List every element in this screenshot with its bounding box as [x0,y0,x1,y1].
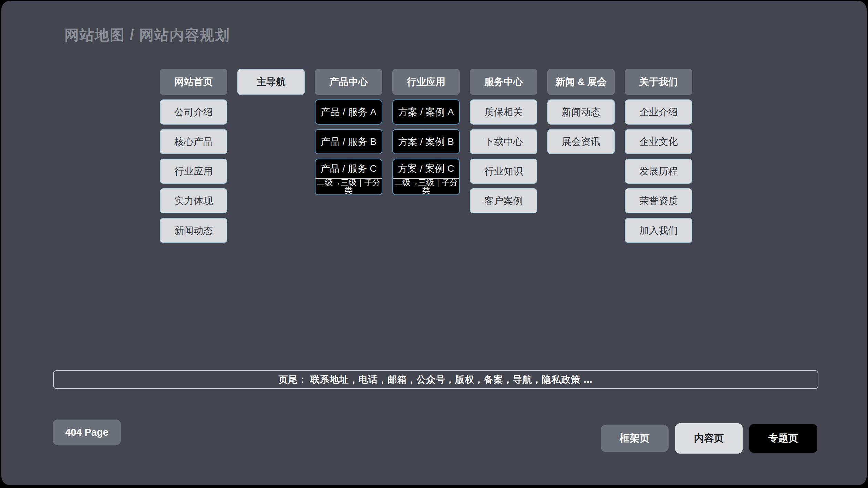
node-label: 产品 / 服务 C [316,159,382,179]
node-sublabel: 二级→三级｜子分类 [393,179,459,194]
sitemap-node[interactable]: 核心产品 [160,129,227,154]
canvas: 网站地图 / 网站内容规划 网站首页公司介绍核心产品行业应用实力体现新闻动态主导… [0,0,868,488]
sitemap-node[interactable]: 新闻动态 [547,99,615,125]
column-header-node[interactable]: 主导航 [237,69,305,95]
column-header-node[interactable]: 新闻 & 展会 [547,69,615,95]
sitemap-node[interactable]: 方案 / 案例 C二级→三级｜子分类 [392,159,460,195]
footer-node[interactable]: 页尾： 联系地址，电话，邮箱，公众号，版权，备案，导航，隐私政策 … [53,370,818,389]
sitemap-node[interactable]: 产品 / 服务 A [315,99,382,125]
column-header-node[interactable]: 服务中心 [470,69,537,95]
page-type-legend: 框架页内容页专题页 [601,423,817,454]
sitemap-node[interactable]: 企业文化 [625,129,692,154]
node-label: 方案 / 案例 C [393,159,459,179]
sitemap-node[interactable]: 企业介绍 [625,99,692,125]
sitemap-node[interactable]: 发展历程 [625,159,692,184]
sitemap-node[interactable]: 产品 / 服务 B [315,129,382,154]
sitemap-column-7: 关于我们企业介绍企业文化发展历程荣誉资质加入我们 [625,69,692,243]
sitemap-node[interactable]: 客户案例 [470,188,537,213]
page-title: 网站地图 / 网站内容规划 [64,25,230,45]
sitemap-column-2: 主导航 [237,69,305,243]
sitemap-node[interactable]: 行业应用 [160,159,227,184]
column-header-node[interactable]: 行业应用 [392,69,460,95]
sitemap-node[interactable]: 新闻动态 [160,218,227,243]
footer-text: 页尾： 联系地址，电话，邮箱，公众号，版权，备案，导航，隐私政策 … [278,373,593,386]
sitemap-column-4: 行业应用方案 / 案例 A方案 / 案例 B方案 / 案例 C二级→三级｜子分类 [392,69,460,243]
sitemap-node[interactable]: 下载中心 [470,129,537,154]
sitemap-board: 网站地图 / 网站内容规划 网站首页公司介绍核心产品行业应用实力体现新闻动态主导… [1,1,867,485]
sitemap-node[interactable]: 方案 / 案例 A [392,99,460,125]
node-sublabel: 二级→三级｜子分类 [316,179,382,194]
sitemap-columns: 网站首页公司介绍核心产品行业应用实力体现新闻动态主导航产品中心产品 / 服务 A… [160,69,692,243]
sitemap-node[interactable]: 荣誉资质 [625,188,692,213]
sitemap-node[interactable]: 实力体现 [160,188,227,213]
sitemap-node[interactable]: 加入我们 [625,218,692,243]
legend-button-light[interactable]: 内容页 [675,423,743,454]
sitemap-node[interactable]: 方案 / 案例 B [392,129,460,154]
sitemap-column-3: 产品中心产品 / 服务 A产品 / 服务 B产品 / 服务 C二级→三级｜子分类 [315,69,382,243]
column-header-node[interactable]: 关于我们 [625,69,692,95]
column-header-node[interactable]: 产品中心 [315,69,382,95]
sitemap-node[interactable]: 展会资讯 [547,129,615,154]
column-header-node[interactable]: 网站首页 [160,69,227,95]
sitemap-column-5: 服务中心质保相关下载中心行业知识客户案例 [470,69,537,243]
sitemap-node[interactable]: 行业知识 [470,159,537,184]
legend-button-gray[interactable]: 框架页 [601,425,669,452]
sitemap-node[interactable]: 产品 / 服务 C二级→三级｜子分类 [315,159,382,195]
legend-button-black[interactable]: 专题页 [749,424,817,453]
sitemap-column-6: 新闻 & 展会新闻动态展会资讯 [547,69,615,243]
sitemap-node[interactable]: 公司介绍 [160,99,227,125]
sitemap-column-1: 网站首页公司介绍核心产品行业应用实力体现新闻动态 [160,69,227,243]
sitemap-node[interactable]: 质保相关 [470,99,537,125]
page-404-button[interactable]: 404 Page [53,420,121,445]
